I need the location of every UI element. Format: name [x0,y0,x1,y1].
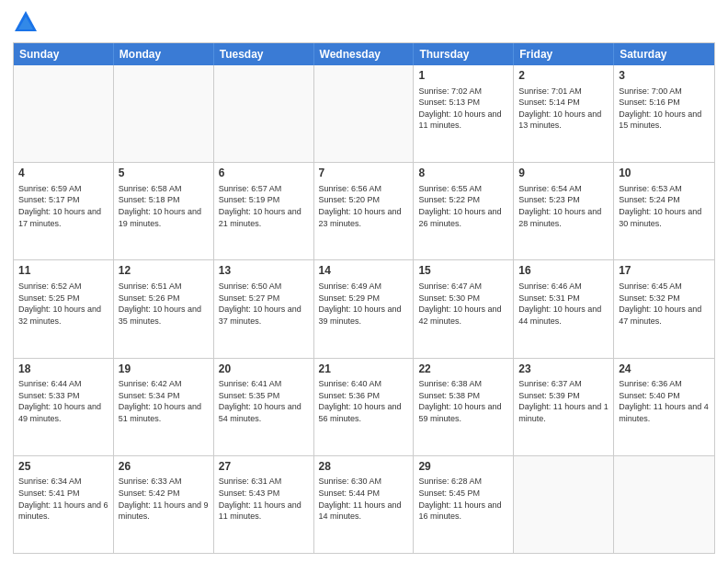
cell-sun-info: Sunrise: 6:44 AM Sunset: 5:33 PM Dayligh… [18,378,108,424]
calendar-day-11: 11Sunrise: 6:52 AM Sunset: 5:25 PM Dayli… [14,260,114,357]
cell-sun-info: Sunrise: 6:30 AM Sunset: 5:44 PM Dayligh… [319,476,409,522]
calendar-day-6: 6Sunrise: 6:57 AM Sunset: 5:19 PM Daylig… [214,163,314,259]
page: SundayMondayTuesdayWednesdayThursdayFrid… [0,0,728,563]
calendar-empty-cell [514,456,614,553]
cell-sun-info: Sunrise: 6:58 AM Sunset: 5:18 PM Dayligh… [119,183,209,229]
calendar-day-15: 15Sunrise: 6:47 AM Sunset: 5:30 PM Dayli… [414,260,514,357]
cell-sun-info: Sunrise: 6:50 AM Sunset: 5:27 PM Dayligh… [219,281,309,327]
calendar-empty-cell [214,65,314,162]
header-day-thursday: Thursday [414,43,514,65]
cell-sun-info: Sunrise: 6:38 AM Sunset: 5:38 PM Dayligh… [418,378,508,424]
header-day-wednesday: Wednesday [314,43,415,65]
day-number: 9 [518,167,609,181]
calendar-day-21: 21Sunrise: 6:40 AM Sunset: 5:36 PM Dayli… [314,359,415,455]
cell-sun-info: Sunrise: 6:37 AM Sunset: 5:39 PM Dayligh… [518,378,609,424]
cell-sun-info: Sunrise: 6:45 AM Sunset: 5:32 PM Dayligh… [619,281,710,327]
cell-sun-info: Sunrise: 6:42 AM Sunset: 5:34 PM Dayligh… [119,378,209,424]
calendar-day-1: 1Sunrise: 7:02 AM Sunset: 5:13 PM Daylig… [414,65,514,162]
header-day-tuesday: Tuesday [214,43,314,65]
cell-sun-info: Sunrise: 6:34 AM Sunset: 5:41 PM Dayligh… [18,476,108,522]
calendar-day-25: 25Sunrise: 6:34 AM Sunset: 5:41 PM Dayli… [14,456,114,553]
day-number: 27 [219,460,309,475]
day-number: 5 [119,167,209,181]
calendar-day-18: 18Sunrise: 6:44 AM Sunset: 5:33 PM Dayli… [14,359,114,455]
cell-sun-info: Sunrise: 7:02 AM Sunset: 5:13 PM Dayligh… [418,86,508,132]
cell-sun-info: Sunrise: 6:52 AM Sunset: 5:25 PM Dayligh… [18,281,108,327]
calendar-day-14: 14Sunrise: 6:49 AM Sunset: 5:29 PM Dayli… [314,260,415,357]
calendar-empty-cell [314,65,415,162]
day-number: 25 [18,460,108,475]
header-day-friday: Friday [514,43,614,65]
day-number: 18 [18,362,108,377]
logo [13,9,41,35]
cell-sun-info: Sunrise: 7:00 AM Sunset: 5:16 PM Dayligh… [619,86,710,132]
cell-sun-info: Sunrise: 6:55 AM Sunset: 5:22 PM Dayligh… [418,183,508,229]
cell-sun-info: Sunrise: 6:47 AM Sunset: 5:30 PM Dayligh… [418,281,508,327]
calendar-day-5: 5Sunrise: 6:58 AM Sunset: 5:18 PM Daylig… [114,163,214,259]
calendar-day-20: 20Sunrise: 6:41 AM Sunset: 5:35 PM Dayli… [214,359,314,455]
day-number: 7 [319,167,409,181]
day-number: 19 [119,362,209,377]
cell-sun-info: Sunrise: 6:56 AM Sunset: 5:20 PM Dayligh… [319,183,409,229]
day-number: 11 [18,264,108,279]
cell-sun-info: Sunrise: 6:36 AM Sunset: 5:40 PM Dayligh… [619,378,710,424]
logo-icon [13,9,39,35]
cell-sun-info: Sunrise: 6:53 AM Sunset: 5:24 PM Dayligh… [619,183,710,229]
calendar-day-23: 23Sunrise: 6:37 AM Sunset: 5:39 PM Dayli… [514,359,614,455]
cell-sun-info: Sunrise: 6:46 AM Sunset: 5:31 PM Dayligh… [518,281,609,327]
day-number: 28 [319,460,409,475]
calendar-day-24: 24Sunrise: 6:36 AM Sunset: 5:40 PM Dayli… [614,359,714,455]
calendar-day-13: 13Sunrise: 6:50 AM Sunset: 5:27 PM Dayli… [214,260,314,357]
day-number: 22 [418,362,508,377]
calendar-day-16: 16Sunrise: 6:46 AM Sunset: 5:31 PM Dayli… [514,260,614,357]
calendar-day-17: 17Sunrise: 6:45 AM Sunset: 5:32 PM Dayli… [614,260,714,357]
day-number: 20 [219,362,309,377]
calendar-empty-cell [114,65,214,162]
day-number: 16 [518,264,609,279]
day-number: 3 [619,69,710,84]
calendar-day-10: 10Sunrise: 6:53 AM Sunset: 5:24 PM Dayli… [614,163,714,259]
header-day-monday: Monday [114,43,214,65]
day-number: 12 [119,264,209,279]
calendar-day-19: 19Sunrise: 6:42 AM Sunset: 5:34 PM Dayli… [114,359,214,455]
cell-sun-info: Sunrise: 6:59 AM Sunset: 5:17 PM Dayligh… [18,183,108,229]
calendar-day-29: 29Sunrise: 6:28 AM Sunset: 5:45 PM Dayli… [414,456,514,553]
header [13,9,715,35]
calendar-week-2: 4Sunrise: 6:59 AM Sunset: 5:17 PM Daylig… [14,163,714,260]
header-day-sunday: Sunday [14,43,114,65]
cell-sun-info: Sunrise: 6:57 AM Sunset: 5:19 PM Dayligh… [219,183,309,229]
day-number: 23 [518,362,609,377]
header-day-saturday: Saturday [614,43,714,65]
calendar: SundayMondayTuesdayWednesdayThursdayFrid… [13,42,715,554]
calendar-empty-cell [14,65,114,162]
calendar-day-3: 3Sunrise: 7:00 AM Sunset: 5:16 PM Daylig… [614,65,714,162]
day-number: 29 [418,460,508,475]
calendar-day-2: 2Sunrise: 7:01 AM Sunset: 5:14 PM Daylig… [514,65,614,162]
day-number: 6 [219,167,309,181]
calendar-day-7: 7Sunrise: 6:56 AM Sunset: 5:20 PM Daylig… [314,163,415,259]
cell-sun-info: Sunrise: 6:41 AM Sunset: 5:35 PM Dayligh… [219,378,309,424]
cell-sun-info: Sunrise: 6:51 AM Sunset: 5:26 PM Dayligh… [119,281,209,327]
day-number: 13 [219,264,309,279]
calendar-day-28: 28Sunrise: 6:30 AM Sunset: 5:44 PM Dayli… [314,456,415,553]
calendar-day-22: 22Sunrise: 6:38 AM Sunset: 5:38 PM Dayli… [414,359,514,455]
day-number: 2 [518,69,609,84]
cell-sun-info: Sunrise: 6:54 AM Sunset: 5:23 PM Dayligh… [518,183,609,229]
day-number: 4 [18,167,108,181]
calendar-day-4: 4Sunrise: 6:59 AM Sunset: 5:17 PM Daylig… [14,163,114,259]
day-number: 1 [418,69,508,84]
cell-sun-info: Sunrise: 6:33 AM Sunset: 5:42 PM Dayligh… [119,476,209,522]
calendar-header: SundayMondayTuesdayWednesdayThursdayFrid… [14,43,714,65]
calendar-body: 1Sunrise: 7:02 AM Sunset: 5:13 PM Daylig… [14,65,714,553]
cell-sun-info: Sunrise: 7:01 AM Sunset: 5:14 PM Dayligh… [518,86,609,132]
calendar-day-26: 26Sunrise: 6:33 AM Sunset: 5:42 PM Dayli… [114,456,214,553]
day-number: 10 [619,167,710,181]
calendar-day-8: 8Sunrise: 6:55 AM Sunset: 5:22 PM Daylig… [414,163,514,259]
calendar-day-9: 9Sunrise: 6:54 AM Sunset: 5:23 PM Daylig… [514,163,614,259]
calendar-empty-cell [614,456,714,553]
cell-sun-info: Sunrise: 6:40 AM Sunset: 5:36 PM Dayligh… [319,378,409,424]
calendar-week-3: 11Sunrise: 6:52 AM Sunset: 5:25 PM Dayli… [14,260,714,358]
day-number: 15 [418,264,508,279]
cell-sun-info: Sunrise: 6:28 AM Sunset: 5:45 PM Dayligh… [418,476,508,522]
day-number: 17 [619,264,710,279]
